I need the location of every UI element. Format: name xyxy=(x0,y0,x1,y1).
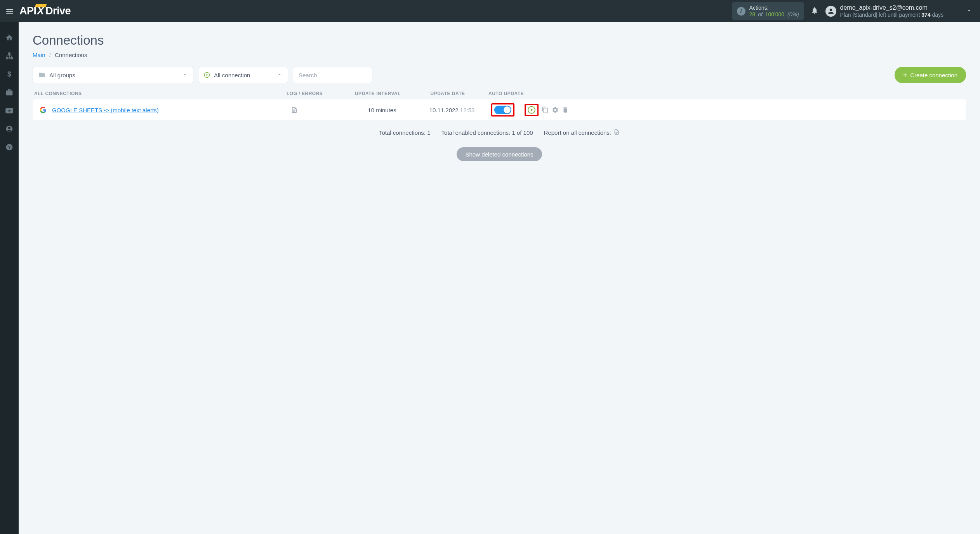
user-email: demo_apix-drive_s2@com.com xyxy=(840,4,944,12)
filter-groups-label: All groups xyxy=(49,72,75,78)
svg-point-0 xyxy=(9,53,10,54)
search-input[interactable] xyxy=(293,67,372,83)
breadcrumb-main[interactable]: Main xyxy=(33,52,45,58)
filter-connection-status[interactable]: All connection xyxy=(198,67,288,83)
auto-update-toggle[interactable] xyxy=(494,106,511,114)
svg-point-7 xyxy=(8,127,10,129)
sidebar-item-help[interactable]: ? xyxy=(0,143,19,152)
menu-button[interactable] xyxy=(4,5,16,17)
svg-text:?: ? xyxy=(8,144,10,150)
sidebar-item-briefcase[interactable] xyxy=(0,88,19,97)
logo[interactable]: API X Drive xyxy=(19,5,71,17)
th-auto: AUTO UPDATE xyxy=(485,91,964,96)
actions-label: Actions: xyxy=(749,5,799,11)
logo-x: X xyxy=(36,5,45,17)
sidebar-item-youtube[interactable] xyxy=(0,106,19,115)
connection-name[interactable]: GOOGLE SHEETS -> (mobile text alerts) xyxy=(52,107,291,113)
user-menu[interactable]: demo_apix-drive_s2@com.com Plan |Standar… xyxy=(825,4,944,19)
sidebar-item-home[interactable] xyxy=(0,33,19,42)
report-all: Report on all connections: xyxy=(544,129,620,136)
log-button[interactable] xyxy=(291,106,349,113)
svg-point-2 xyxy=(9,57,10,59)
avatar-icon xyxy=(825,6,836,17)
plus-icon: + xyxy=(903,71,907,79)
run-button[interactable] xyxy=(528,106,535,114)
breadcrumb: Main / Connections xyxy=(33,52,966,58)
th-all-connections: ALL CONNECTIONS xyxy=(34,91,287,96)
actions-total: 100'000 xyxy=(765,11,784,17)
delete-icon[interactable] xyxy=(562,106,569,113)
actions-count: 28 xyxy=(749,11,756,17)
total-connections: Total connections: 1 xyxy=(379,129,431,136)
connection-row[interactable]: GOOGLE SHEETS -> (mobile text alerts) 10… xyxy=(33,99,966,120)
info-icon: i xyxy=(737,7,745,16)
highlight-toggle xyxy=(491,103,514,117)
breadcrumb-current: Connections xyxy=(55,52,87,58)
th-log: LOG / ERRORS xyxy=(287,91,345,96)
sidebar-item-billing[interactable]: $ xyxy=(0,70,19,79)
create-connection-label: Create connection xyxy=(910,72,957,78)
copy-icon[interactable] xyxy=(542,106,549,113)
chevron-down-icon[interactable] xyxy=(966,7,972,15)
total-enabled: Total enabled connections: 1 of 100 xyxy=(441,129,533,136)
play-icon xyxy=(204,72,210,78)
sidebar: $ ? xyxy=(0,22,19,534)
document-icon[interactable] xyxy=(613,129,620,136)
notifications-icon[interactable] xyxy=(811,7,818,16)
th-date: UPDATE DATE xyxy=(411,91,485,96)
header: API X Drive i Actions: 28 of 100'000 (0%… xyxy=(0,0,980,22)
actions-of: of xyxy=(758,11,763,17)
summary-row: Total connections: 1 Total enabled conne… xyxy=(33,129,966,136)
logo-api: API xyxy=(19,5,36,17)
chevron-down-icon xyxy=(277,72,282,78)
settings-icon[interactable] xyxy=(552,106,559,113)
highlight-play xyxy=(525,104,539,116)
create-connection-button[interactable]: + Create connection xyxy=(895,67,966,83)
sidebar-item-profile[interactable] xyxy=(0,124,19,134)
actions-counter[interactable]: i Actions: 28 of 100'000 (0%) xyxy=(732,2,804,20)
update-interval: 10 minutes xyxy=(349,107,415,113)
filter-connection-label: All connection xyxy=(214,72,250,78)
svg-point-3 xyxy=(11,57,12,59)
filter-groups[interactable]: All groups xyxy=(33,67,193,83)
main-content: Connections Main / Connections All group… xyxy=(19,22,980,534)
update-date: 10.11.2022 12:53 xyxy=(415,107,489,113)
logo-drive: Drive xyxy=(45,5,71,17)
svg-point-1 xyxy=(6,57,8,59)
chevron-down-icon xyxy=(182,72,188,78)
google-icon xyxy=(40,106,47,113)
folder-icon xyxy=(38,71,45,78)
page-title: Connections xyxy=(33,33,966,48)
actions-pct: (0%) xyxy=(787,11,799,17)
show-deleted-button[interactable]: Show deleted connections xyxy=(457,147,542,161)
user-plan-line: Plan |Standard| left until payment 374 d… xyxy=(840,12,944,19)
table-header: ALL CONNECTIONS LOG / ERRORS UPDATE INTE… xyxy=(33,91,966,99)
sidebar-item-connections[interactable] xyxy=(0,51,19,61)
svg-text:$: $ xyxy=(7,70,11,78)
th-interval: UPDATE INTERVAL xyxy=(345,91,411,96)
